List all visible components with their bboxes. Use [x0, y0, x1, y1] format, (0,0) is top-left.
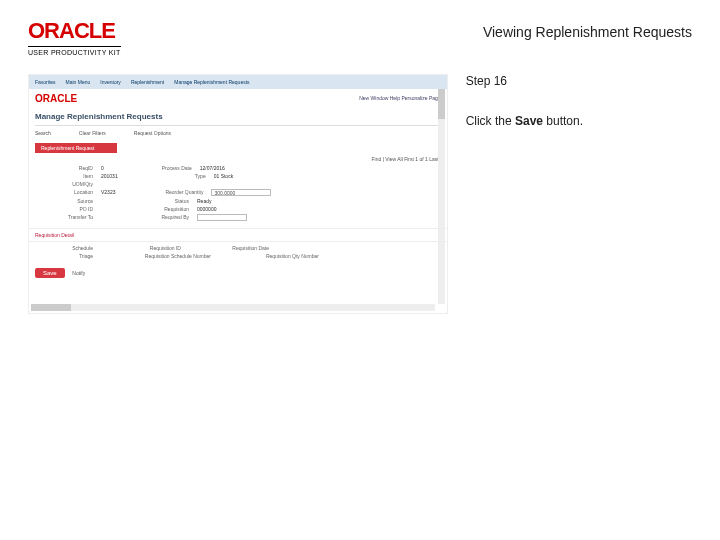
instruction-prefix: Click the — [466, 114, 515, 128]
window-links[interactable]: New Window Help Personalize Page — [353, 93, 446, 103]
breadcrumb: Favorites Main Menu Inventory Replenishm… — [29, 75, 447, 89]
type-value: 01 Stock — [214, 173, 233, 179]
requisition-detail-header: Requisition Detail — [29, 228, 447, 242]
reqid2-label: Requisition ID — [101, 245, 181, 251]
breadcrumb-item[interactable]: Inventory — [100, 79, 121, 85]
brand-main: ORACLE — [28, 18, 121, 44]
screen-subtitle: Manage Replenishment Requests — [29, 106, 447, 125]
breadcrumb-item[interactable]: Favorites — [35, 79, 56, 85]
clear-filters-link[interactable]: Clear Filters — [79, 130, 106, 136]
instruction-panel: Step 16 Click the Save button. — [466, 74, 692, 128]
notify-link[interactable]: Notify — [72, 270, 85, 276]
reqsched-label: Requisition Schedule Number — [101, 253, 211, 259]
save-button[interactable]: Save — [35, 268, 65, 278]
type-label: Type — [126, 173, 206, 179]
item-label: Item — [35, 173, 93, 179]
horizontal-scrollbar[interactable] — [31, 304, 435, 311]
item-value: 201031 — [101, 173, 118, 179]
status-label: Status — [109, 198, 189, 204]
form-area: ReqID 0 Process Date 12/07/2016 Item 201… — [29, 162, 447, 224]
search-link[interactable]: Search — [35, 130, 51, 136]
step-label: Step 16 — [466, 74, 692, 88]
reqid-label: ReqID — [35, 165, 93, 171]
reqdate-label: Requisition Date — [189, 245, 269, 251]
app-brand: ORACLE — [29, 89, 83, 106]
breadcrumb-item[interactable]: Manage Replenishment Requests — [174, 79, 249, 85]
uom-label: UOM/Qty — [35, 181, 93, 187]
breadcrumb-item[interactable]: Replenishment — [131, 79, 164, 85]
brand-block: ORACLE USER PRODUCTIVITY KIT — [28, 18, 121, 56]
sched-label: Schedule — [35, 245, 93, 251]
po-label: PO ID — [35, 206, 93, 212]
breadcrumb-item[interactable]: Main Menu — [66, 79, 91, 85]
reqno-value: 0000000 — [197, 206, 216, 212]
reqby-input[interactable] — [197, 214, 247, 221]
tristate-label: Triage — [35, 253, 93, 259]
location-value: V2323 — [101, 189, 115, 196]
brand-sub: USER PRODUCTIVITY KIT — [28, 46, 121, 56]
request-options-link[interactable]: Request Options — [134, 130, 171, 136]
instruction-suffix: button. — [543, 114, 583, 128]
location-label: Location — [35, 189, 93, 196]
instruction-bold: Save — [515, 114, 543, 128]
reorder-label: Reorder Quantity — [123, 189, 203, 196]
transfer-label: Transfer To — [35, 214, 93, 221]
vertical-scrollbar[interactable] — [438, 89, 445, 304]
app-screenshot: Favorites Main Menu Inventory Replenishm… — [28, 74, 448, 314]
instruction-text: Click the Save button. — [466, 114, 692, 128]
reqno-label: Requisition — [109, 206, 189, 212]
reqqty-label: Requisition Qty Number — [219, 253, 319, 259]
section-header: Replenishment Request — [35, 143, 117, 153]
reqid-value: 0 — [101, 165, 104, 171]
toolbar: Search Clear Filters Request Options — [29, 126, 447, 140]
source-label: Source — [35, 198, 93, 204]
procdate-value: 12/07/2016 — [200, 165, 225, 171]
procdate-label: Process Date — [112, 165, 192, 171]
reorder-input[interactable]: 300.0000 — [211, 189, 271, 196]
reqby-label: Required By — [109, 214, 189, 221]
page-title: Viewing Replenishment Requests — [483, 24, 692, 40]
status-value: Ready — [197, 198, 211, 204]
